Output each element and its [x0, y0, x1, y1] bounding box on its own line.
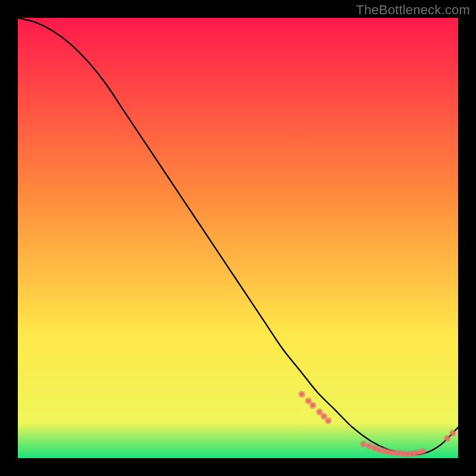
marker-inner [311, 403, 315, 408]
watermark-text: TheBottleneck.com [356, 2, 470, 18]
chart-frame: TheBottleneck.com [0, 0, 476, 476]
gradient-bg [18, 18, 458, 458]
marker-inner [421, 449, 425, 453]
marker-inner [300, 392, 304, 396]
marker-inner [451, 431, 455, 435]
marker-inner [367, 444, 371, 448]
marker-inner [318, 410, 322, 414]
chart-svg [18, 18, 458, 458]
marker-inner [326, 419, 330, 423]
marker-inner [322, 414, 326, 418]
plot-area [18, 18, 458, 458]
marker-inner [362, 442, 366, 446]
marker-inner [445, 436, 449, 440]
marker-inner [306, 399, 311, 403]
